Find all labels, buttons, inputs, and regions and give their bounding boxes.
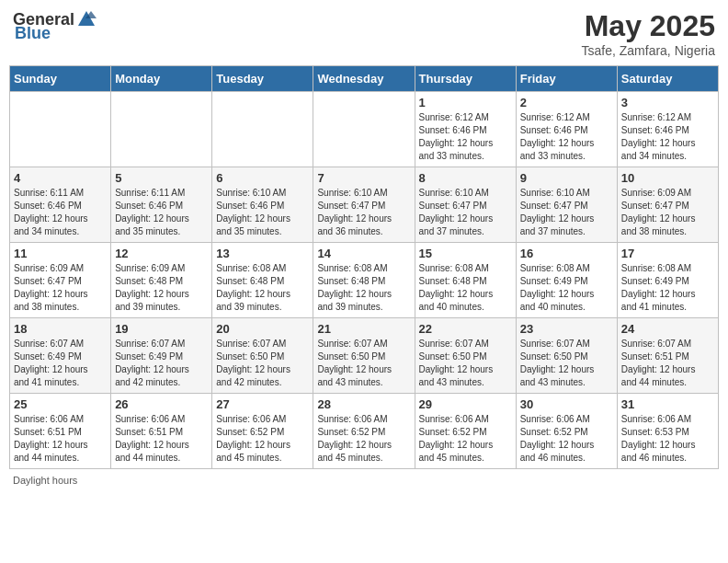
day-info: Sunrise: 6:11 AM Sunset: 6:46 PM Dayligh… (14, 187, 107, 238)
day-number: 1 (419, 96, 512, 109)
day-number: 23 (520, 322, 613, 336)
day-number: 29 (419, 397, 512, 411)
calendar-cell: 29Sunrise: 6:06 AM Sunset: 6:52 PM Dayli… (415, 394, 516, 469)
day-info: Sunrise: 6:07 AM Sunset: 6:50 PM Dayligh… (216, 338, 309, 389)
calendar-cell: 8Sunrise: 6:10 AM Sunset: 6:47 PM Daylig… (415, 167, 516, 243)
day-number: 26 (115, 397, 208, 411)
day-info: Sunrise: 6:08 AM Sunset: 6:48 PM Dayligh… (216, 262, 309, 314)
calendar-cell: 9Sunrise: 6:10 AM Sunset: 6:47 PM Daylig… (516, 167, 617, 243)
calendar-cell (10, 92, 111, 167)
logo-blue: Blue (15, 24, 51, 43)
day-number: 27 (216, 397, 309, 411)
day-number: 2 (520, 96, 613, 109)
day-info: Sunrise: 6:07 AM Sunset: 6:49 PM Dayligh… (14, 338, 107, 389)
day-info: Sunrise: 6:10 AM Sunset: 6:46 PM Dayligh… (216, 187, 309, 238)
day-info: Sunrise: 6:11 AM Sunset: 6:46 PM Dayligh… (115, 187, 208, 238)
calendar-cell: 19Sunrise: 6:07 AM Sunset: 6:49 PM Dayli… (111, 318, 212, 394)
calendar-day-header: Saturday (617, 66, 718, 92)
day-info: Sunrise: 6:12 AM Sunset: 6:46 PM Dayligh… (621, 111, 714, 163)
logo-icon (76, 9, 97, 29)
calendar-cell: 6Sunrise: 6:10 AM Sunset: 6:46 PM Daylig… (212, 167, 313, 243)
calendar-week-row: 25Sunrise: 6:06 AM Sunset: 6:51 PM Dayli… (10, 394, 719, 469)
footer: Daylight hours (9, 475, 719, 486)
day-number: 30 (520, 397, 613, 411)
day-number: 11 (14, 247, 107, 260)
day-info: Sunrise: 6:12 AM Sunset: 6:46 PM Dayligh… (520, 111, 613, 163)
day-number: 15 (419, 247, 512, 260)
logo: General Blue (13, 9, 97, 43)
day-number: 8 (419, 171, 512, 185)
day-number: 17 (621, 247, 714, 260)
calendar-cell: 23Sunrise: 6:07 AM Sunset: 6:50 PM Dayli… (516, 318, 617, 394)
calendar-cell: 30Sunrise: 6:06 AM Sunset: 6:52 PM Dayli… (516, 394, 617, 469)
day-number: 21 (317, 322, 410, 336)
calendar-cell: 13Sunrise: 6:08 AM Sunset: 6:48 PM Dayli… (212, 243, 313, 318)
day-info: Sunrise: 6:07 AM Sunset: 6:49 PM Dayligh… (115, 338, 208, 389)
calendar-week-row: 18Sunrise: 6:07 AM Sunset: 6:49 PM Dayli… (10, 318, 719, 394)
calendar-cell: 18Sunrise: 6:07 AM Sunset: 6:49 PM Dayli… (10, 318, 111, 394)
month-title: May 2025 (582, 9, 716, 43)
day-number: 7 (317, 171, 410, 185)
calendar-cell (212, 92, 313, 167)
day-info: Sunrise: 6:09 AM Sunset: 6:48 PM Dayligh… (115, 262, 208, 314)
day-number: 28 (317, 397, 410, 411)
calendar-cell: 20Sunrise: 6:07 AM Sunset: 6:50 PM Dayli… (212, 318, 313, 394)
day-number: 3 (621, 96, 714, 109)
day-number: 12 (115, 247, 208, 260)
calendar-cell: 26Sunrise: 6:06 AM Sunset: 6:51 PM Dayli… (111, 394, 212, 469)
day-info: Sunrise: 6:06 AM Sunset: 6:52 PM Dayligh… (419, 413, 512, 465)
daylight-hours-label: Daylight hours (13, 475, 77, 486)
calendar-cell: 17Sunrise: 6:08 AM Sunset: 6:49 PM Dayli… (617, 243, 718, 318)
calendar-cell: 14Sunrise: 6:08 AM Sunset: 6:48 PM Dayli… (313, 243, 415, 318)
day-number: 18 (14, 322, 107, 336)
calendar-cell: 2Sunrise: 6:12 AM Sunset: 6:46 PM Daylig… (516, 92, 617, 167)
day-info: Sunrise: 6:07 AM Sunset: 6:51 PM Dayligh… (621, 338, 714, 389)
day-number: 25 (14, 397, 107, 411)
day-info: Sunrise: 6:09 AM Sunset: 6:47 PM Dayligh… (14, 262, 107, 314)
day-info: Sunrise: 6:06 AM Sunset: 6:52 PM Dayligh… (520, 413, 613, 465)
calendar-cell: 22Sunrise: 6:07 AM Sunset: 6:50 PM Dayli… (415, 318, 516, 394)
day-info: Sunrise: 6:07 AM Sunset: 6:50 PM Dayligh… (520, 338, 613, 389)
calendar-day-header: Sunday (10, 66, 111, 92)
day-number: 19 (115, 322, 208, 336)
day-number: 6 (216, 171, 309, 185)
day-info: Sunrise: 6:10 AM Sunset: 6:47 PM Dayligh… (520, 187, 613, 238)
calendar-day-header: Tuesday (212, 66, 313, 92)
calendar-table: SundayMondayTuesdayWednesdayThursdayFrid… (9, 65, 719, 469)
day-info: Sunrise: 6:06 AM Sunset: 6:53 PM Dayligh… (621, 413, 714, 465)
calendar-cell: 15Sunrise: 6:08 AM Sunset: 6:48 PM Dayli… (415, 243, 516, 318)
calendar-header-row: SundayMondayTuesdayWednesdayThursdayFrid… (10, 66, 719, 92)
calendar-cell: 12Sunrise: 6:09 AM Sunset: 6:48 PM Dayli… (111, 243, 212, 318)
location-subtitle: Tsafe, Zamfara, Nigeria (582, 43, 716, 58)
day-info: Sunrise: 6:08 AM Sunset: 6:49 PM Dayligh… (621, 262, 714, 314)
calendar-week-row: 4Sunrise: 6:11 AM Sunset: 6:46 PM Daylig… (10, 167, 719, 243)
page-header: General Blue May 2025 Tsafe, Zamfara, Ni… (9, 9, 719, 58)
calendar-cell: 7Sunrise: 6:10 AM Sunset: 6:47 PM Daylig… (313, 167, 415, 243)
calendar-cell: 3Sunrise: 6:12 AM Sunset: 6:46 PM Daylig… (617, 92, 718, 167)
calendar-cell: 5Sunrise: 6:11 AM Sunset: 6:46 PM Daylig… (111, 167, 212, 243)
day-number: 4 (14, 171, 107, 185)
day-info: Sunrise: 6:07 AM Sunset: 6:50 PM Dayligh… (419, 338, 512, 389)
calendar-cell: 28Sunrise: 6:06 AM Sunset: 6:52 PM Dayli… (313, 394, 415, 469)
calendar-day-header: Wednesday (313, 66, 415, 92)
day-info: Sunrise: 6:10 AM Sunset: 6:47 PM Dayligh… (317, 187, 410, 238)
day-number: 9 (520, 171, 613, 185)
day-number: 5 (115, 171, 208, 185)
calendar-cell (313, 92, 415, 167)
calendar-cell: 10Sunrise: 6:09 AM Sunset: 6:47 PM Dayli… (617, 167, 718, 243)
day-number: 20 (216, 322, 309, 336)
day-number: 14 (317, 247, 410, 260)
day-info: Sunrise: 6:06 AM Sunset: 6:51 PM Dayligh… (115, 413, 208, 465)
calendar-day-header: Monday (111, 66, 212, 92)
day-number: 13 (216, 247, 309, 260)
calendar-day-header: Friday (516, 66, 617, 92)
day-info: Sunrise: 6:08 AM Sunset: 6:49 PM Dayligh… (520, 262, 613, 314)
day-info: Sunrise: 6:10 AM Sunset: 6:47 PM Dayligh… (419, 187, 512, 238)
day-info: Sunrise: 6:08 AM Sunset: 6:48 PM Dayligh… (419, 262, 512, 314)
calendar-week-row: 11Sunrise: 6:09 AM Sunset: 6:47 PM Dayli… (10, 243, 719, 318)
calendar-week-row: 1Sunrise: 6:12 AM Sunset: 6:46 PM Daylig… (10, 92, 719, 167)
day-number: 24 (621, 322, 714, 336)
day-info: Sunrise: 6:12 AM Sunset: 6:46 PM Dayligh… (419, 111, 512, 163)
day-info: Sunrise: 6:06 AM Sunset: 6:52 PM Dayligh… (216, 413, 309, 465)
day-number: 22 (419, 322, 512, 336)
